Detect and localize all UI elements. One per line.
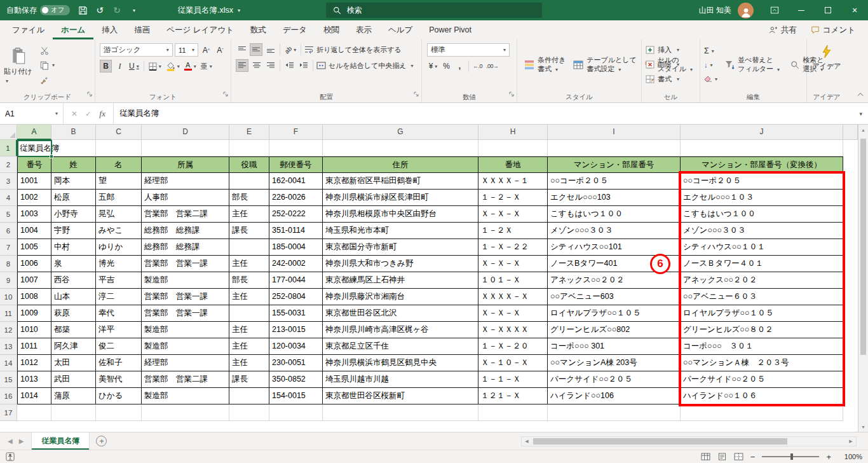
ribbon-tab-数式[interactable]: 数式 [242,20,275,39]
cell-H17[interactable] [478,404,548,421]
font-dialog-launcher[interactable] [223,88,229,100]
sheet-nav-right-icon[interactable]: ▶ [19,438,24,445]
expand-formula-bar-button[interactable]: ▾ [853,103,868,124]
cell-A2[interactable]: 番号 [17,156,51,173]
copy-button[interactable]: ▾ [38,59,57,71]
cell-J6[interactable]: メゾン○○○３０３ [681,223,843,239]
cell-J17[interactable] [681,404,843,421]
cell-G8[interactable]: 神奈川県大和市つきみ野 [323,256,478,272]
scroll-left-arrow[interactable]: ◀ [522,437,532,446]
cell-A12[interactable]: 1010 [17,322,51,338]
paste-button[interactable]: 貼り付け▾ [4,43,34,88]
cell-G14[interactable]: 神奈川県横浜市鶴見区鶴見中央 [323,355,478,371]
cell-C1[interactable] [96,140,142,156]
sheet-nav-left-icon[interactable]: ◀ [8,438,13,445]
insert-function-button[interactable]: fx [99,109,105,119]
cell-F14[interactable]: 230-0051 [269,355,323,371]
cell-H5[interactable]: Ｘ－Ｘ－Ｘ [478,206,548,223]
zoom-out-button[interactable]: − [750,452,756,462]
cell-A13[interactable]: 1011 [17,338,51,355]
cell-E16[interactable] [229,388,269,404]
ideas-button[interactable]: アイデア [807,39,846,71]
cell-J11[interactable]: ロイヤルプラザ○○１０５ [681,305,843,322]
column-header-E[interactable]: E [229,125,269,140]
cell-B5[interactable]: 小野寺 [51,206,96,223]
cell-B7[interactable]: 中村 [51,239,96,256]
page-layout-view-icon[interactable] [717,453,727,460]
cell-G4[interactable]: 神奈川県横浜市緑区長津田町 [323,190,478,206]
cell-J15[interactable]: パークサイド○○２０５ [681,371,843,388]
autosum-button[interactable]: Σ▾ [704,45,717,57]
cell-I10[interactable]: ○○アベニュー603 [548,289,681,305]
sheet-tab-active[interactable]: 従業員名簿 [31,432,90,450]
phonetic-guide-button[interactable]: 亜▾ [200,60,214,73]
cell-J1[interactable] [681,140,843,156]
cell-H6[interactable]: １－２Ｘ [478,223,548,239]
row-header-13[interactable]: 13 [0,338,17,355]
column-header-G[interactable]: G [323,125,478,140]
name-box[interactable]: A1▾ [0,103,64,124]
cell-G1[interactable] [323,140,478,156]
comma-style-button[interactable]: , [454,60,466,73]
cell-J12[interactable]: グリーンヒルズ○○８０２ [681,322,843,338]
cell-D7[interactable]: 総務部 総務課 [142,239,229,256]
cell-F4[interactable]: 226-0026 [269,190,323,206]
cell-C16[interactable]: ひかる [96,388,142,404]
cell-I9[interactable]: アネックス○○２０２ [548,272,681,289]
close-button[interactable]: × [841,0,868,20]
cell-H8[interactable]: Ｘ－Ｘ－Ｘ [478,256,548,272]
cell-J4[interactable]: エクセル○○○１０３ [681,190,843,206]
cell-C8[interactable]: 博光 [96,256,142,272]
maximize-button[interactable] [815,0,841,20]
increase-font-size-button[interactable]: A^ [200,44,212,57]
zoom-slider[interactable] [762,456,819,457]
cell-D13[interactable]: 製造部 [142,338,229,355]
italic-button[interactable]: I [114,60,126,73]
align-top-button[interactable] [236,43,248,56]
cell-A5[interactable]: 1003 [17,206,51,223]
align-middle-button[interactable] [250,43,262,56]
cell-B9[interactable]: 西谷 [51,272,96,289]
cell-F5[interactable]: 252-0222 [269,206,323,223]
row-header-4[interactable]: 4 [0,190,17,206]
ribbon-tab-校閲[interactable]: 校閲 [315,20,348,39]
cell-I17[interactable] [548,404,681,421]
increase-indent-button[interactable] [297,59,309,72]
cell-C5[interactable]: 晃弘 [96,206,142,223]
cell-D6[interactable]: 総務部 総務課 [142,223,229,239]
row-header-10[interactable]: 10 [0,289,17,305]
cell-C17[interactable] [96,404,142,421]
cell-J3[interactable]: ○○コーポ２０５ [681,173,843,190]
bold-button[interactable]: B [100,60,112,73]
cell-H10[interactable]: ＸＸＸＸ－Ｘ [478,289,548,305]
percent-style-button[interactable]: % [440,60,452,73]
row-header-16[interactable]: 16 [0,388,17,404]
cancel-entry-icon[interactable]: ✕ [71,109,78,118]
cell-G16[interactable]: 東京都世田谷区桜新町 [323,388,478,404]
cell-C2[interactable]: 名 [96,156,142,173]
ribbon-tab-Power Pivot[interactable]: Power Pivot [421,20,480,39]
cell-A6[interactable]: 1004 [17,223,51,239]
cell-A17[interactable] [17,404,51,421]
save-button[interactable] [75,2,91,18]
cell-J9[interactable]: アネックス○○２０２ [681,272,843,289]
cell-D5[interactable]: 営業部 営業二課 [142,206,229,223]
decrease-decimal-button[interactable]: .00→ [485,60,500,73]
cell-I12[interactable]: グリーンヒルズ○○802 [548,322,681,338]
row-header-12[interactable]: 12 [0,322,17,338]
currency-format-button[interactable]: ¥▾ [427,60,439,73]
cell-D8[interactable]: 営業部 営業一課 [142,256,229,272]
cell-F17[interactable] [269,404,323,421]
row-header-6[interactable]: 6 [0,223,17,239]
row-header-5[interactable]: 5 [0,206,17,223]
orientation-button[interactable]: ab▾ [283,43,297,56]
row-header-11[interactable]: 11 [0,305,17,322]
cell-A16[interactable]: 1014 [17,388,51,404]
cell-J8[interactable]: ノースＢタワー４０１ [681,256,843,272]
cell-F9[interactable]: 177-0044 [269,272,323,289]
conditional-formatting-button[interactable]: 条件付き書式 ▾ [521,56,569,74]
column-header-I[interactable]: I [548,125,681,140]
accessibility-status-icon[interactable] [6,452,15,461]
cell-E5[interactable]: 主任 [229,206,269,223]
cell-E14[interactable]: 主任 [229,355,269,371]
